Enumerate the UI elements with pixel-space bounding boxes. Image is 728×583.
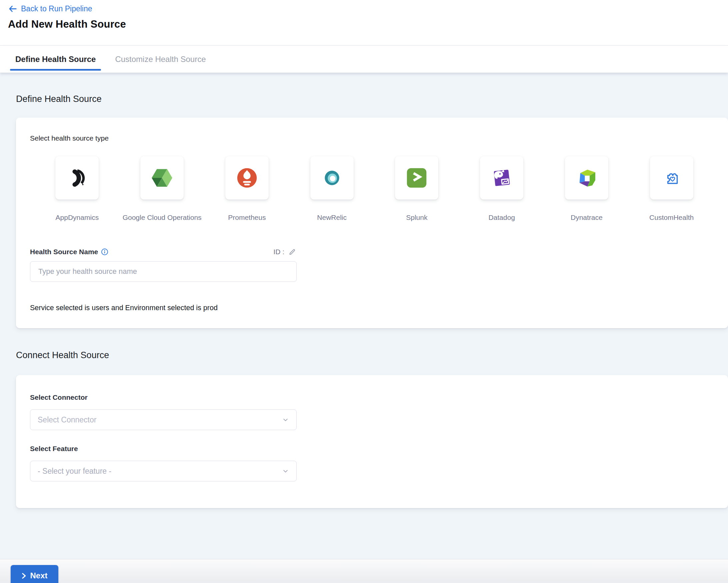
health-source-type-item-newrelic: NewRelic [289, 156, 374, 222]
dynatrace-logo [575, 166, 599, 190]
tab-customize-health-source[interactable]: Customize Health Source [115, 46, 206, 73]
health-source-type-grid: AppDynamicsGoogle Cloud OperationsPromet… [35, 156, 714, 222]
health-source-type-item-dynatrace: Dynatrace [544, 156, 629, 222]
chevron-right-icon [21, 573, 26, 579]
health-source-tile-appdynamics[interactable] [55, 156, 99, 199]
health-source-tile-dynatrace[interactable] [565, 156, 608, 199]
footer-bar: Next [0, 559, 728, 583]
health-source-type-label-newrelic: NewRelic [317, 214, 347, 222]
google-cloud-operations-logo [150, 167, 174, 189]
tab-define-health-source[interactable]: Define Health Source [15, 46, 96, 73]
tab-customize-label: Customize Health Source [115, 55, 206, 64]
service-environment-context-text: Service selected is users and Environmen… [30, 304, 714, 328]
splunk-logo [404, 165, 430, 191]
health-source-type-item-google-cloud-operations: Google Cloud Operations [120, 156, 205, 222]
health-source-tile-newrelic[interactable] [310, 156, 354, 199]
customhealth-logo [661, 167, 683, 189]
feature-select[interactable]: - Select your feature - [30, 461, 297, 481]
chevron-down-icon [282, 416, 289, 423]
health-source-tile-google-cloud-operations[interactable] [140, 156, 184, 199]
health-source-tile-datadog[interactable] [480, 156, 523, 199]
health-source-type-item-appdynamics: AppDynamics [35, 156, 120, 222]
main-content: Define Health Source Select health sourc… [0, 73, 728, 559]
define-health-source-card: Select health source type AppDynamicsGoo… [16, 118, 728, 328]
id-label-group: ID : [273, 248, 297, 256]
select-source-type-label: Select health source type [30, 118, 714, 142]
define-health-source-heading: Define Health Source [16, 73, 712, 104]
page-title: Add New Health Source [8, 18, 728, 30]
tab-define-label: Define Health Source [15, 55, 96, 64]
health-source-tile-customhealth[interactable] [650, 156, 693, 199]
health-source-type-item-datadog: Datadog [459, 156, 544, 222]
connector-select-placeholder: Select Connector [38, 415, 96, 424]
datadog-logo [489, 165, 514, 191]
health-source-type-label-splunk: Splunk [406, 214, 427, 222]
health-source-type-item-customhealth: CustomHealth [629, 156, 714, 222]
prometheus-logo [235, 166, 259, 190]
connect-health-source-card: Select Connector Select Connector Select… [16, 375, 728, 508]
pencil-icon[interactable] [288, 248, 297, 256]
feature-select-placeholder: - Select your feature - [38, 467, 111, 476]
health-source-name-input[interactable] [30, 261, 297, 282]
health-source-type-item-prometheus: Prometheus [205, 156, 290, 222]
health-source-type-item-splunk: Splunk [374, 156, 459, 222]
newrelic-logo [321, 167, 343, 189]
select-connector-label: Select Connector [30, 375, 714, 401]
id-label: ID : [273, 248, 284, 256]
tab-bar: Define Health Source Customize Health So… [0, 46, 728, 73]
health-source-tile-prometheus[interactable] [225, 156, 269, 199]
next-button-label: Next [30, 571, 47, 580]
back-link[interactable]: Back to Run Pipeline [8, 0, 92, 13]
health-source-name-label: Health Source Name [30, 248, 98, 256]
health-source-type-label-customhealth: CustomHealth [649, 214, 694, 222]
health-source-name-label-group: Health Source Name [30, 248, 108, 256]
next-button[interactable]: Next [11, 565, 58, 583]
health-source-type-label-prometheus: Prometheus [228, 214, 266, 222]
info-icon[interactable] [101, 248, 108, 255]
active-tab-underline [10, 69, 101, 71]
connector-select[interactable]: Select Connector [30, 410, 297, 430]
appdynamics-logo [66, 167, 88, 189]
health-source-type-label-google-cloud-operations: Google Cloud Operations [123, 214, 202, 222]
page-header: Back to Run Pipeline Add New Health Sour… [0, 0, 728, 46]
health-source-tile-splunk[interactable] [395, 156, 438, 199]
select-feature-label: Select Feature [30, 445, 714, 453]
health-source-type-label-appdynamics: AppDynamics [56, 214, 99, 222]
name-field-row: Health Source Name ID : [30, 248, 297, 256]
chevron-down-icon [282, 468, 289, 475]
back-arrow-icon [8, 4, 17, 13]
health-source-type-label-dynatrace: Dynatrace [571, 214, 603, 222]
connect-health-source-heading: Connect Health Source [16, 328, 712, 360]
health-source-type-label-datadog: Datadog [488, 214, 515, 222]
back-link-label[interactable]: Back to Run Pipeline [21, 4, 92, 13]
